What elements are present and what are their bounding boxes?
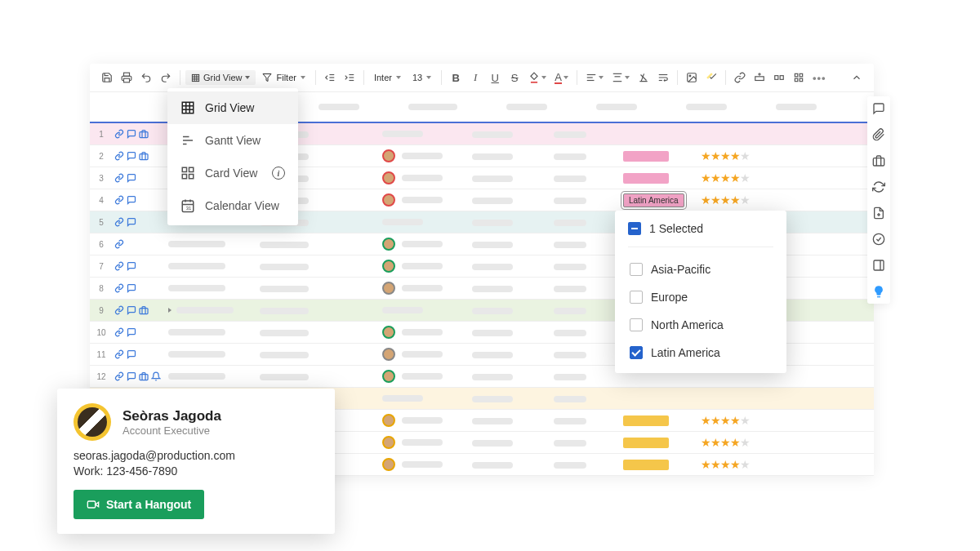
link-icon[interactable] <box>114 195 124 205</box>
link-icon[interactable] <box>114 349 124 359</box>
link-icon[interactable] <box>114 173 124 183</box>
link-icon[interactable] <box>114 261 124 271</box>
briefcase-rail-icon[interactable] <box>871 153 886 168</box>
link-icon[interactable] <box>114 283 124 293</box>
comment-icon[interactable] <box>127 129 136 139</box>
link-icon[interactable] <box>114 129 124 139</box>
region-tag[interactable] <box>623 438 669 448</box>
briefcase-icon[interactable] <box>139 151 149 161</box>
info-icon[interactable]: i <box>272 167 285 180</box>
region-tag[interactable] <box>623 173 669 184</box>
chevron-up-icon[interactable] <box>848 69 866 87</box>
fill-color-icon[interactable] <box>525 69 550 87</box>
merge-icon[interactable] <box>770 69 788 87</box>
activity-rail-icon[interactable] <box>871 232 886 247</box>
briefcase-icon[interactable] <box>139 371 149 381</box>
view-menu-item[interactable]: Card Viewi <box>167 157 298 189</box>
link-icon[interactable] <box>114 371 124 381</box>
font-size-select[interactable]: 13 <box>408 70 436 85</box>
briefcase-icon[interactable] <box>139 129 149 139</box>
function-icon[interactable] <box>790 69 808 87</box>
valign-icon[interactable] <box>608 69 633 87</box>
attachment-rail-icon[interactable] <box>871 127 886 142</box>
filter-option[interactable]: Europe <box>628 283 773 311</box>
filter-option[interactable]: Asia-Pacific <box>628 256 773 283</box>
more-icon[interactable]: ••• <box>809 69 830 87</box>
clear-format-icon[interactable] <box>635 69 653 87</box>
comment-icon[interactable] <box>127 217 136 227</box>
image-icon[interactable] <box>683 69 701 87</box>
insert-row-icon[interactable] <box>751 69 768 87</box>
link-icon[interactable] <box>114 327 124 337</box>
comment-icon[interactable] <box>127 151 136 161</box>
row-avatar[interactable] <box>382 238 395 251</box>
link-icon[interactable] <box>114 239 124 249</box>
row-avatar[interactable] <box>382 149 395 162</box>
rating-stars[interactable]: ★★★★★ <box>701 149 750 162</box>
filter-option[interactable]: Latin America <box>628 339 773 367</box>
rating-stars[interactable]: ★★★★★ <box>701 458 750 471</box>
row-avatar[interactable] <box>382 458 395 471</box>
save-icon[interactable] <box>98 69 116 87</box>
print-icon[interactable] <box>118 69 136 87</box>
view-menu-item[interactable]: Gantt View <box>167 124 298 157</box>
text-color-icon[interactable]: A <box>551 69 572 87</box>
underline-icon[interactable]: U <box>486 69 504 87</box>
region-tag[interactable] <box>623 460 669 470</box>
strikethrough-icon[interactable]: S <box>506 69 523 87</box>
comment-icon[interactable] <box>127 173 136 183</box>
rating-stars[interactable]: ★★★★★ <box>701 414 750 427</box>
link-icon[interactable] <box>114 305 124 315</box>
view-selector[interactable]: Grid View <box>185 70 256 85</box>
view-menu-item[interactable]: 31Calendar View <box>167 189 298 222</box>
row-avatar[interactable] <box>382 414 395 427</box>
indeterminate-checkbox-icon[interactable] <box>628 222 641 235</box>
indent-icon[interactable] <box>341 69 359 87</box>
region-tag[interactable] <box>623 415 669 426</box>
comment-icon[interactable] <box>127 195 136 205</box>
briefcase-icon[interactable] <box>139 305 149 315</box>
panel-rail-icon[interactable] <box>871 258 886 273</box>
comment-icon[interactable] <box>127 305 136 315</box>
link-icon[interactable] <box>114 217 124 227</box>
region-tag[interactable] <box>623 151 669 162</box>
comment-icon[interactable] <box>127 327 136 337</box>
outdent-icon[interactable] <box>321 69 339 87</box>
filter-option[interactable]: North America <box>628 311 773 339</box>
row-avatar[interactable] <box>382 260 395 273</box>
hint-rail-icon[interactable] <box>871 284 886 299</box>
row-avatar[interactable] <box>382 348 395 361</box>
wrap-text-icon[interactable] <box>654 69 672 87</box>
link-icon[interactable] <box>731 69 749 87</box>
link-icon[interactable] <box>114 151 124 161</box>
italic-icon[interactable]: I <box>466 69 484 87</box>
bell-icon[interactable] <box>151 371 161 381</box>
expand-icon[interactable] <box>168 308 172 313</box>
align-icon[interactable] <box>582 69 607 87</box>
file-add-rail-icon[interactable] <box>871 206 886 220</box>
filter-button[interactable]: Filter <box>257 70 310 85</box>
redo-icon[interactable] <box>157 69 175 87</box>
comment-icon[interactable] <box>127 349 136 359</box>
start-hangout-button[interactable]: Start a Hangout <box>74 490 204 519</box>
region-tag[interactable]: Latin America <box>623 193 684 207</box>
refresh-rail-icon[interactable] <box>871 180 886 194</box>
highlight-icon[interactable] <box>702 69 720 87</box>
comment-icon[interactable] <box>127 371 136 381</box>
view-menu-item[interactable]: Grid View <box>167 91 298 124</box>
comment-icon[interactable] <box>127 261 136 271</box>
row-avatar[interactable] <box>382 282 395 295</box>
comment-rail-icon[interactable] <box>871 101 886 116</box>
bold-icon[interactable]: B <box>447 69 465 87</box>
row-avatar[interactable] <box>382 436 395 449</box>
font-family-select[interactable]: Inter <box>369 70 406 85</box>
row-avatar[interactable] <box>382 326 395 339</box>
row-avatar[interactable] <box>382 370 395 383</box>
undo-icon[interactable] <box>137 69 155 87</box>
comment-icon[interactable] <box>127 283 136 293</box>
rating-stars[interactable]: ★★★★★ <box>701 171 750 184</box>
row-avatar[interactable] <box>382 171 395 184</box>
row-avatar[interactable] <box>382 193 395 207</box>
rating-stars[interactable]: ★★★★★ <box>701 193 750 207</box>
rating-stars[interactable]: ★★★★★ <box>701 436 750 449</box>
